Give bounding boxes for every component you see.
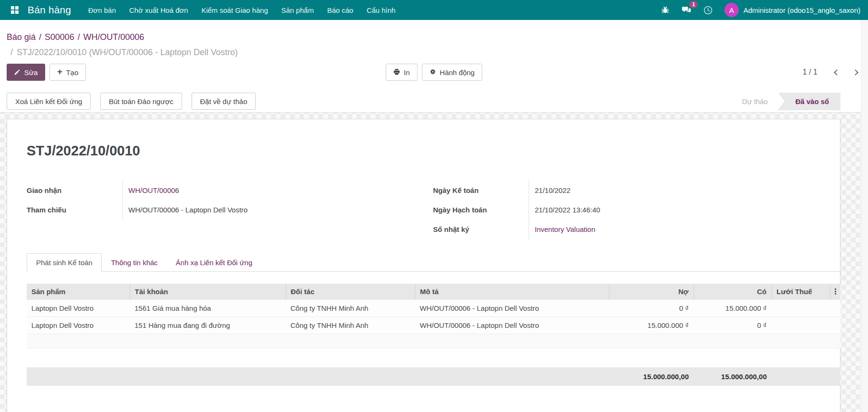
notebook-tabs: Phát sinh Kế toán Thông tin khác Ánh xạ …	[27, 253, 840, 272]
field-groups: Giao nhận WH/OUT/00006 Tham chiếu WH/OUT…	[27, 181, 821, 239]
menu-san-pham[interactable]: Sản phẩm	[275, 0, 320, 20]
cell-partner[interactable]: Công ty TNHH Minh Anh	[286, 317, 415, 334]
table-row[interactable]: Laptopn Dell Vostro 1561 Giá mua hàng hó…	[27, 300, 840, 317]
user-name: Administrator (odoo15_anglo_saxon)	[743, 6, 860, 14]
total-debit: 15.000.000,00	[609, 367, 694, 386]
cell-account[interactable]: 1561 Giá mua hàng hóa	[130, 300, 286, 317]
create-button[interactable]: + Tạo	[49, 64, 86, 81]
avatar: A	[724, 3, 739, 17]
journal-items-table: Sản phẩm Tài khoản Đối tác Mô tả Nợ Có L…	[27, 284, 840, 348]
chevron-left-icon[interactable]	[834, 69, 840, 76]
field-tham-chieu: Tham chiếu WH/OUT/00006 - Laptopn Dell V…	[27, 200, 416, 220]
breadcrumb-separator: /	[10, 48, 13, 57]
vertical-scrollbar[interactable]	[861, 20, 868, 412]
edit-button[interactable]: Sửa	[7, 64, 45, 81]
action-button[interactable]: Hành động	[422, 64, 482, 81]
page-background: Bán hàng Đơn bán Chờ xuất Hoá đơn Kiểm s…	[0, 0, 868, 412]
apps-grid-icon[interactable]	[8, 4, 22, 16]
field-value: 21/10/2022 13:46:40	[529, 200, 821, 220]
breadcrumb-current: STJ/2022/10/0010 (WH/OUT/00006 - Laptopn…	[17, 48, 238, 57]
menu-cho-xuat-hoa-don[interactable]: Chờ xuất Hoá đơn	[123, 0, 195, 20]
pencil-icon	[14, 68, 20, 77]
statusbar: Dự thảo Đã vào sổ	[732, 93, 840, 110]
cell-label[interactable]: WH/OUT/00006 - Laptopn Dell Vostro	[415, 317, 609, 334]
toolbar: Sửa + Tạo In	[0, 58, 868, 81]
field-label: Sổ nhật ký	[433, 220, 529, 239]
menu-don-ban[interactable]: Đơn bán	[82, 0, 123, 20]
cell-account[interactable]: 151 Hàng mua đang đi đường	[130, 317, 286, 334]
field-ngay-hach-toan: Ngày Hạch toán 21/10/2022 13:46:40	[433, 200, 821, 220]
reverse-entry-button[interactable]: Bút toán Đảo ngược	[100, 93, 182, 110]
printer-icon	[394, 68, 400, 77]
tab-anh-xa-lien-ket[interactable]: Ánh xạ Liên kết Đối ứng	[167, 254, 261, 271]
messages-icon[interactable]: 1	[681, 5, 692, 15]
col-header-tax-grid[interactable]: Lưới Thuế	[772, 284, 830, 300]
col-header-product[interactable]: Sản phẩm	[27, 284, 130, 300]
cell-debit[interactable]: 0 ₫	[609, 300, 694, 317]
optional-columns-kebab-icon[interactable]: ⋮	[830, 284, 840, 300]
menu-bao-cao[interactable]: Báo cáo	[320, 0, 360, 20]
field-so-nhat-ky: Sổ nhật ký Inventory Valuation	[433, 220, 821, 239]
control-panel: Báo giá/S00006/WH/OUT/00006 /STJ/2022/10…	[0, 20, 868, 113]
menu-kiem-soat-giao-hang[interactable]: Kiểm soát Giao hàng	[195, 0, 275, 20]
top-navbar: Bán hàng Đơn bán Chờ xuất Hoá đơn Kiểm s…	[0, 0, 868, 20]
breadcrumb-current-line: /STJ/2022/10/0010 (WH/OUT/00006 - Laptop…	[0, 43, 868, 58]
col-header-account[interactable]: Tài khoản	[130, 284, 286, 300]
col-header-label[interactable]: Mô tả	[415, 284, 609, 300]
menu-cau-hinh[interactable]: Cấu hình	[360, 0, 402, 20]
field-label: Tham chiếu	[27, 200, 122, 220]
cell-tax-grid[interactable]	[772, 317, 830, 334]
status-posted[interactable]: Đã vào sổ	[778, 93, 840, 110]
total-credit: 15.000.000,00	[694, 367, 772, 386]
journal-link[interactable]: Inventory Valuation	[535, 225, 595, 233]
col-header-partner[interactable]: Đối tác	[286, 284, 415, 300]
debug-bug-icon[interactable]	[661, 6, 670, 15]
app-title[interactable]: Bán hàng	[28, 4, 71, 16]
print-button[interactable]: In	[386, 64, 418, 81]
stock-move-link[interactable]: WH/OUT/00006	[128, 186, 179, 194]
cell-credit[interactable]: 0 ₫	[694, 317, 772, 334]
table-row[interactable]: Laptopn Dell Vostro 151 Hàng mua đang đi…	[27, 317, 840, 334]
cell-label[interactable]: WH/OUT/00006 - Laptopn Dell Vostro	[415, 300, 609, 317]
activities-clock-icon[interactable]	[703, 5, 713, 15]
field-group-right: Ngày Kế toán 21/10/2022 Ngày Hạch toán 2…	[433, 181, 821, 239]
breadcrumb-link-bao-gia[interactable]: Báo giá	[7, 32, 36, 42]
empty-row	[27, 334, 840, 348]
navbar-systray: 1 A Administrator (odoo15_anglo_saxon)	[661, 3, 860, 17]
totals-row: 15.000.000,00 15.000.000,00	[27, 367, 840, 386]
field-ngay-ke-toan: Ngày Kế toán 21/10/2022	[433, 181, 821, 200]
cell-debit[interactable]: 15.000.000 ₫	[609, 317, 694, 334]
pager-count: 1 / 1	[802, 68, 817, 77]
cell-partner[interactable]: Công ty TNHH Minh Anh	[286, 300, 415, 317]
field-label: Giao nhận	[27, 181, 122, 200]
form-sheet: STJ/2022/10/0010 Giao nhận WH/OUT/00006 …	[7, 119, 840, 412]
plus-icon: +	[57, 67, 62, 76]
cell-credit[interactable]: 15.000.000 ₫	[694, 300, 772, 317]
breadcrumb-link-s00006[interactable]: S00006	[45, 32, 74, 42]
field-label: Ngày Hạch toán	[433, 200, 529, 220]
messages-count-badge: 1	[689, 1, 698, 8]
field-giao-nhan: Giao nhận WH/OUT/00006	[27, 181, 416, 200]
field-group-left: Giao nhận WH/OUT/00006 Tham chiếu WH/OUT…	[27, 181, 416, 239]
col-header-credit[interactable]: Có	[694, 284, 772, 300]
main-menu: Đơn bán Chờ xuất Hoá đơn Kiểm soát Giao …	[82, 0, 403, 20]
breadcrumb: Báo giá/S00006/WH/OUT/00006	[0, 20, 868, 43]
reset-to-draft-button[interactable]: Đặt về dự thảo	[192, 93, 256, 110]
chevron-right-icon[interactable]	[852, 69, 858, 76]
status-draft[interactable]: Dự thảo	[732, 93, 778, 110]
breadcrumb-separator: /	[77, 32, 80, 42]
cell-product[interactable]: Laptopn Dell Vostro	[27, 300, 130, 317]
cell-tax-grid[interactable]	[772, 300, 830, 317]
breadcrumb-link-wh-out[interactable]: WH/OUT/00006	[83, 32, 144, 42]
field-value: WH/OUT/00006 - Laptopn Dell Vostro	[122, 200, 416, 220]
tab-phat-sinh-ke-toan[interactable]: Phát sinh Kế toán	[27, 253, 102, 272]
tab-thong-tin-khac[interactable]: Thông tin khác	[102, 254, 166, 271]
record-title: STJ/2022/10/0010	[27, 143, 821, 159]
delete-reconcile-button[interactable]: Xoá Liên kết Đối ứng	[7, 93, 91, 110]
col-header-debit[interactable]: Nợ	[609, 284, 694, 300]
cell-product[interactable]: Laptopn Dell Vostro	[27, 317, 130, 334]
field-label: Ngày Kế toán	[433, 181, 529, 200]
field-value: 21/10/2022	[529, 181, 821, 200]
user-menu[interactable]: A Administrator (odoo15_anglo_saxon)	[724, 3, 860, 17]
breadcrumb-separator: /	[39, 32, 41, 42]
